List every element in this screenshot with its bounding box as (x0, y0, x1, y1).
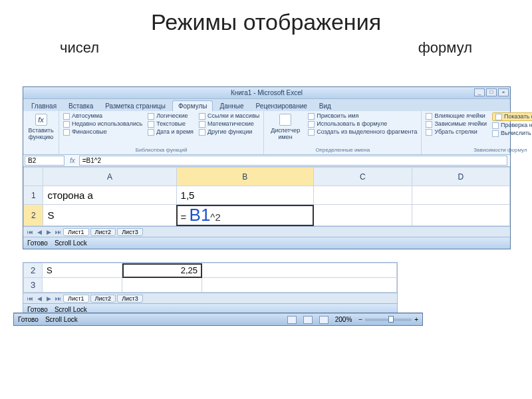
maximize-button[interactable]: □ (486, 88, 497, 96)
window-title: Книга1 - Microsoft Excel (231, 89, 303, 96)
logical-icon (148, 113, 154, 120)
define-name-button[interactable]: Присвоить имя (308, 112, 417, 120)
cell-B1[interactable]: 1,5 (176, 186, 313, 205)
theta-icon (199, 121, 205, 128)
minimize-button[interactable]: _ (474, 88, 485, 96)
show-formulas-icon (495, 114, 502, 120)
tab-data[interactable]: Данные (214, 101, 249, 111)
frag-sheet-tab-1[interactable]: Лист1 (63, 295, 89, 303)
evaluate-button[interactable]: Вычислить формулу (492, 130, 532, 137)
frag-row-header-3[interactable]: 3 (24, 278, 43, 293)
col-header-C[interactable]: C (314, 168, 412, 186)
cell-A1[interactable]: сторона а (43, 186, 176, 205)
zoom-out-button[interactable]: − (358, 316, 362, 323)
select-icon (308, 129, 315, 136)
cell-C1[interactable] (314, 186, 412, 205)
view-normal-button[interactable] (287, 316, 297, 324)
recent-button[interactable]: Недавно использовались (63, 120, 142, 128)
view-pagelayout-button[interactable] (303, 316, 313, 324)
row-header-1[interactable]: 1 (24, 186, 43, 205)
create-from-sel-button[interactable]: Создать из выделенного фрагмента (308, 128, 417, 136)
sheet-tab-1[interactable]: Лист1 (63, 228, 89, 236)
cell-D1[interactable] (412, 186, 510, 205)
zoom-slider[interactable] (365, 319, 412, 321)
ribbon: fx Вставить функцию Автосумма Недавно ис… (23, 111, 510, 155)
trace-precedents-button[interactable]: Влияющие ячейки (426, 112, 487, 120)
trace-dependents-button[interactable]: Зависимые ячейки (426, 120, 487, 128)
logical-button[interactable]: Логические (148, 112, 194, 120)
tab-view[interactable]: Вид (314, 101, 336, 111)
formula-input[interactable]: =B1^2 (79, 156, 507, 166)
cell-B2[interactable]: = B1^2 (176, 205, 313, 226)
frag-cell-A2[interactable]: S (43, 263, 122, 278)
lookup-button[interactable]: Ссылки и массивы (199, 112, 259, 120)
zoom-level[interactable]: 200% (335, 316, 352, 323)
name-manager-icon (279, 114, 291, 126)
lookup-icon (199, 113, 205, 120)
arrow-in-icon (426, 113, 432, 120)
frag-sheet-tab-3[interactable]: Лист3 (117, 295, 143, 303)
fx-icon-small[interactable]: fx (66, 157, 79, 164)
ribbon-tabs: Главная Вставка Разметка страницы Формул… (23, 99, 510, 111)
excel-window-formulas: Книга1 - Microsoft Excel _ □ × Главная В… (23, 86, 511, 249)
financial-icon (63, 129, 70, 136)
tab-pagelayout[interactable]: Разметка страницы (100, 101, 171, 111)
close-button[interactable]: × (498, 88, 509, 96)
tab-insert[interactable]: Вставка (63, 101, 98, 111)
tab-formulas[interactable]: Формулы (172, 100, 213, 111)
evaluate-icon (492, 130, 499, 137)
frag-row-header-2[interactable]: 2 (24, 263, 43, 278)
sheet-nav-next[interactable]: ▶ (45, 229, 53, 235)
frag-sheet-tab-bar: ⏮ ◀ ▶ ⏭ Лист1 Лист2 Лист3 (23, 293, 397, 303)
frag-cell-B3[interactable] (122, 278, 202, 293)
zoom-in-button[interactable]: + (414, 316, 418, 323)
col-header-B[interactable]: B (176, 168, 313, 186)
sheet-nav-last[interactable]: ⏭ (54, 229, 62, 235)
cell-A2[interactable]: S (43, 205, 176, 226)
autosum-button[interactable]: Автосумма (63, 112, 142, 120)
frag-nav-first[interactable]: ⏮ (26, 295, 34, 302)
error-check-button[interactable]: Проверка наличия ошибок (492, 122, 532, 129)
sheet-tab-2[interactable]: Лист2 (90, 228, 116, 236)
subtitle-numbers: чисел (60, 39, 99, 57)
zoom-thumb[interactable] (388, 316, 394, 323)
view-pagebreak-button[interactable] (319, 316, 329, 324)
tab-home[interactable]: Главная (26, 101, 62, 111)
frag-sheet-tab-2[interactable]: Лист2 (90, 295, 116, 303)
sheet-tab-bar: ⏮ ◀ ▶ ⏭ Лист1 Лист2 Лист3 (23, 226, 510, 237)
col-header-A[interactable]: A (43, 168, 176, 186)
insert-function-button[interactable]: fx Вставить функцию (27, 112, 55, 142)
subtitle-formulas: формул (418, 39, 472, 57)
show-formulas-button[interactable]: Показать формулы (492, 112, 532, 121)
math-button[interactable]: Математические (199, 120, 259, 128)
sheet-nav-first[interactable]: ⏮ (26, 229, 34, 235)
text-button[interactable]: Текстовые (148, 120, 194, 128)
select-all-corner[interactable] (24, 168, 43, 186)
tab-review[interactable]: Рецензирование (251, 101, 313, 111)
use-in-formula-button[interactable]: Использовать в формуле (308, 120, 417, 128)
frag-cell-A3[interactable] (43, 278, 122, 293)
remove-arrows-button[interactable]: Убрать стрелки (426, 128, 487, 136)
frag-nav-prev[interactable]: ◀ (35, 295, 43, 302)
cell-D2[interactable] (412, 205, 510, 226)
name-box[interactable]: B2 (25, 156, 65, 166)
frag-cell-B2[interactable]: 2,25 (122, 263, 202, 278)
sheet-tab-3[interactable]: Лист3 (117, 228, 143, 236)
frag-nav-last[interactable]: ⏭ (54, 295, 62, 302)
fx-small-icon (308, 121, 315, 128)
frag-nav-next[interactable]: ▶ (45, 295, 53, 302)
col-header-D[interactable]: D (412, 168, 510, 186)
frag-cell-C3[interactable] (202, 278, 397, 293)
cell-C2[interactable] (314, 205, 412, 226)
frag-cell-C2[interactable] (202, 263, 397, 278)
more-button[interactable]: Другие функции (199, 128, 259, 136)
excel-fragment-numbers: 2 S 2,25 3 ⏮ ◀ ▶ ⏭ Лист1 Лист2 Лист3 Гот… (23, 262, 398, 316)
worksheet[interactable]: A B C D 1 сторона а 1,5 2 S = B1^2 (23, 167, 510, 226)
row-header-2[interactable]: 2 (24, 205, 43, 226)
sheet-nav-prev[interactable]: ◀ (35, 229, 43, 235)
group-names: Определенные имена (268, 147, 417, 153)
datetime-button[interactable]: Дата и время (148, 128, 194, 136)
financial-button[interactable]: Финансовые (63, 128, 142, 136)
name-manager-button[interactable]: Диспетчер имен (268, 112, 303, 142)
clock-icon (148, 129, 154, 136)
